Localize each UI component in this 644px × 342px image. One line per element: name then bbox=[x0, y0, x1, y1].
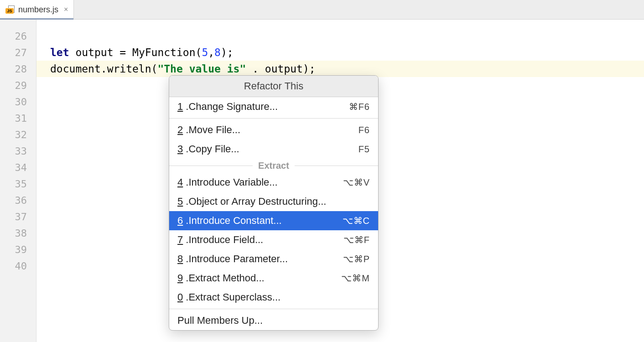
close-icon[interactable]: × bbox=[64, 5, 68, 14]
item-number: 6 bbox=[177, 215, 183, 227]
item-shortcut: ⌥⌘P bbox=[343, 254, 370, 264]
item-label: Object or Array Destructuring... bbox=[188, 196, 370, 207]
popup-item[interactable]: Pull Members Up... bbox=[169, 311, 378, 330]
popup-item[interactable]: 3. Copy File...F5 bbox=[169, 140, 378, 159]
line-number: 40 bbox=[0, 258, 36, 274]
item-shortcut: ⌥⌘F bbox=[343, 234, 370, 245]
line-number: 38 bbox=[0, 225, 36, 241]
popup-item[interactable]: 5. Object or Array Destructuring... bbox=[169, 192, 378, 211]
item-label: Introduce Constant... bbox=[188, 215, 342, 227]
js-file-icon: JS bbox=[5, 5, 15, 14]
gutter: 26 27 28 29 30 31 32 33 34 35 36 37 38 3… bbox=[0, 20, 36, 342]
item-label: Introduce Variable... bbox=[188, 176, 343, 188]
line-number: 31 bbox=[0, 110, 36, 126]
line-number: 29 bbox=[0, 77, 36, 93]
item-shortcut: ⌥⌘C bbox=[343, 215, 370, 226]
popup-item[interactable]: 0. Extract Superclass... bbox=[169, 288, 378, 307]
item-label: Introduce Field... bbox=[188, 234, 343, 246]
item-label: Move File... bbox=[188, 124, 358, 136]
line-number: 33 bbox=[0, 143, 36, 159]
line-number: 35 bbox=[0, 176, 36, 192]
popup-section: Extract bbox=[169, 161, 378, 171]
line-number: 26 bbox=[0, 28, 36, 44]
popup-divider bbox=[169, 309, 378, 309]
item-number: 8 bbox=[177, 253, 183, 265]
item-number: 4 bbox=[177, 176, 183, 188]
line-number: 32 bbox=[0, 126, 36, 143]
item-shortcut: ⌥⌘M bbox=[341, 273, 370, 284]
code-line[interactable]: let output = MyFunction(5,8); bbox=[50, 44, 644, 61]
item-number: 7 bbox=[177, 234, 183, 246]
popup-item[interactable]: 2. Move File...F6 bbox=[169, 120, 378, 140]
popup-item[interactable]: 8. Introduce Parameter...⌥⌘P bbox=[169, 249, 378, 269]
popup-title: Refactor This bbox=[169, 76, 378, 97]
item-label: Copy File... bbox=[188, 143, 358, 155]
item-label: Pull Members Up... bbox=[177, 315, 370, 326]
popup-item[interactable]: 7. Introduce Field...⌥⌘F bbox=[169, 230, 378, 249]
popup-item[interactable]: 4. Introduce Variable...⌥⌘V bbox=[169, 173, 378, 192]
item-number: 9 bbox=[177, 272, 183, 284]
refactor-popup: Refactor This 1. Change Signature...⌘F62… bbox=[169, 75, 379, 331]
line-number: 36 bbox=[0, 192, 36, 208]
item-number: 2 bbox=[177, 124, 183, 136]
item-shortcut: F5 bbox=[358, 144, 370, 155]
line-number: 27 bbox=[0, 44, 36, 61]
popup-item[interactable]: 1. Change Signature...⌘F6 bbox=[169, 97, 378, 116]
popup-item[interactable]: 6. Introduce Constant...⌥⌘C bbox=[169, 211, 378, 230]
line-number: 28 bbox=[0, 61, 36, 77]
tab-bar: JS numbers.js × bbox=[0, 0, 644, 20]
line-number: 39 bbox=[0, 241, 36, 258]
file-tab[interactable]: JS numbers.js × bbox=[0, 0, 74, 19]
item-label: Extract Method... bbox=[188, 272, 341, 284]
item-number: 0 bbox=[177, 291, 183, 303]
tab-label: numbers.js bbox=[18, 5, 58, 15]
item-shortcut: F6 bbox=[358, 125, 370, 135]
item-number: 5 bbox=[177, 196, 183, 207]
popup-divider bbox=[169, 118, 378, 119]
item-label: Extract Superclass... bbox=[188, 291, 370, 303]
item-shortcut: ⌘F6 bbox=[349, 101, 370, 112]
item-label: Change Signature... bbox=[188, 101, 348, 113]
item-number: 1 bbox=[177, 101, 183, 113]
item-label: Introduce Parameter... bbox=[188, 253, 343, 265]
line-number: 37 bbox=[0, 208, 36, 225]
item-number: 3 bbox=[177, 143, 183, 155]
line-number: 30 bbox=[0, 93, 36, 110]
popup-item[interactable]: 9. Extract Method...⌥⌘M bbox=[169, 269, 378, 288]
code-line[interactable] bbox=[50, 28, 644, 44]
code-line-highlighted[interactable]: document.writeln("The value is" . output… bbox=[36, 61, 644, 77]
line-number: 34 bbox=[0, 159, 36, 176]
item-shortcut: ⌥⌘V bbox=[343, 177, 370, 188]
